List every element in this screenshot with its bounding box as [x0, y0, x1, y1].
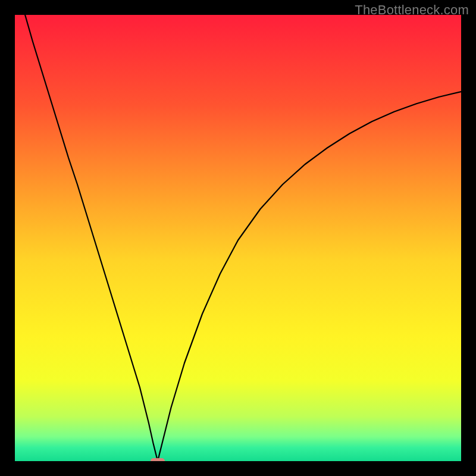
- plot-area: [15, 15, 461, 461]
- chart-container: TheBottleneck.com: [0, 0, 476, 476]
- chart-svg: [15, 15, 461, 461]
- minimum-marker: [151, 458, 165, 461]
- watermark-label: TheBottleneck.com: [355, 2, 469, 18]
- gradient-background: [15, 15, 461, 461]
